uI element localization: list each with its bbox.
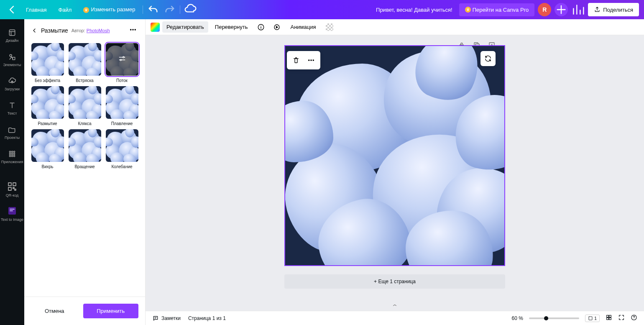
share-button[interactable]: Поделиться bbox=[588, 3, 639, 16]
transparency-icon[interactable] bbox=[323, 20, 336, 34]
resize-label: Изменить размер bbox=[91, 6, 135, 13]
edit-image-button[interactable]: Редактировать bbox=[162, 21, 208, 33]
rail-label: Приложения bbox=[1, 160, 23, 164]
svg-rect-27 bbox=[589, 317, 592, 320]
effect-Вращение[interactable]: Вращение bbox=[68, 129, 101, 169]
svg-rect-31 bbox=[609, 318, 611, 320]
pro-label: Перейти на Canva Pro bbox=[473, 7, 529, 13]
notes-button[interactable]: Заметки bbox=[152, 315, 181, 322]
effect-Вихрь[interactable]: Вихрь bbox=[31, 129, 64, 169]
floating-toolbar bbox=[287, 51, 320, 69]
canvas-page[interactable] bbox=[284, 45, 505, 266]
rail-label: Текст bbox=[8, 111, 17, 115]
apply-button[interactable]: Применить bbox=[83, 304, 139, 318]
rail-text-to-image[interactable]: Text to Image bbox=[0, 202, 24, 226]
rail-elements[interactable]: Элементы bbox=[0, 48, 24, 72]
svg-point-25 bbox=[311, 60, 312, 61]
effect-label: Плавление bbox=[111, 121, 133, 126]
status-bar: Заметки Страница 1 из 1 60 % 1 bbox=[146, 311, 644, 325]
svg-rect-29 bbox=[609, 315, 611, 317]
document-title[interactable]: Привет, весна! Давай учиться! bbox=[376, 7, 452, 13]
effect-Поток[interactable]: Поток bbox=[105, 43, 138, 83]
notes-label: Заметки bbox=[161, 315, 181, 321]
effect-Колебание[interactable]: Колебание bbox=[105, 129, 138, 169]
cancel-button[interactable]: Отмена bbox=[31, 304, 78, 318]
crown-icon: ♛ bbox=[465, 7, 471, 13]
effect-Плавление[interactable]: Плавление bbox=[105, 86, 138, 126]
file-menu[interactable]: Файл bbox=[54, 4, 76, 15]
rail-projects[interactable]: Проекты bbox=[0, 120, 24, 145]
add-page-button[interactable]: + Еще 1 страница bbox=[284, 274, 505, 289]
cloud-sync-icon[interactable] bbox=[184, 3, 197, 16]
more-options-button[interactable] bbox=[128, 24, 138, 36]
redo-icon[interactable] bbox=[163, 3, 176, 16]
collapse-icon[interactable] bbox=[391, 303, 399, 311]
effects-panel: Размытие Автор: PhotoMosh Без эффектаВст… bbox=[24, 19, 146, 325]
effect-label: Вращение bbox=[74, 164, 95, 169]
effect-label: Размытие bbox=[38, 121, 57, 126]
animation-button[interactable]: Анимация bbox=[286, 21, 320, 33]
add-member-button[interactable] bbox=[555, 3, 568, 16]
effect-label: Встряска bbox=[76, 78, 93, 83]
effect-label: Поток bbox=[116, 78, 128, 83]
more-icon[interactable] bbox=[304, 53, 319, 68]
home-menu[interactable]: Главная bbox=[22, 4, 51, 15]
resize-menu[interactable]: ♛Изменить размер bbox=[79, 4, 139, 15]
zoom-slider[interactable] bbox=[529, 317, 579, 319]
rail-apps[interactable]: Приложения bbox=[0, 145, 24, 169]
svg-point-8 bbox=[13, 153, 15, 154]
svg-point-18 bbox=[135, 29, 135, 30]
back-icon[interactable] bbox=[31, 27, 38, 34]
svg-rect-28 bbox=[607, 315, 609, 317]
upgrade-pro-button[interactable]: ♛Перейти на Canva Pro bbox=[459, 3, 535, 16]
regenerate-icon[interactable] bbox=[480, 51, 496, 66]
effect-label: Вихрь bbox=[41, 164, 53, 169]
effect-Встряска[interactable]: Встряска bbox=[68, 43, 101, 83]
svg-point-17 bbox=[133, 29, 133, 30]
effect-Клякса[interactable]: Клякса bbox=[68, 86, 101, 126]
rail-design[interactable]: Дизайн bbox=[0, 23, 24, 48]
top-bar: Главная Файл ♛Изменить размер Привет, ве… bbox=[0, 0, 644, 19]
svg-point-1 bbox=[10, 54, 12, 56]
user-avatar[interactable]: R bbox=[538, 3, 551, 16]
svg-point-24 bbox=[309, 60, 309, 61]
grid-view-icon[interactable] bbox=[606, 314, 612, 322]
effect-Без эффекта[interactable]: Без эффекта bbox=[31, 43, 64, 83]
rail-label: Элементы bbox=[3, 63, 21, 67]
effect-Размытие[interactable]: Размытие bbox=[31, 86, 64, 126]
rail-label: Загрузки bbox=[5, 87, 20, 91]
fullscreen-icon[interactable] bbox=[618, 314, 625, 322]
canvas-area: Редактировать Перевернуть Анимация + Еще… bbox=[146, 19, 644, 325]
panel-author: Автор: PhotoMosh bbox=[72, 28, 110, 33]
zoom-level[interactable]: 60 % bbox=[512, 315, 523, 321]
author-link[interactable]: PhotoMosh bbox=[87, 28, 110, 33]
page-counter[interactable]: Страница 1 из 1 bbox=[188, 315, 226, 321]
rail-qrcode[interactable]: QR-код bbox=[0, 177, 24, 202]
rail-text[interactable]: Текст bbox=[0, 96, 24, 120]
svg-point-3 bbox=[9, 151, 10, 152]
animate-icon[interactable] bbox=[270, 20, 284, 34]
flip-button[interactable]: Перевернуть bbox=[211, 21, 252, 33]
rail-label: Text to Image bbox=[1, 218, 23, 222]
page-number-box[interactable]: 1 bbox=[585, 315, 600, 322]
rail-label: Проекты bbox=[5, 136, 20, 140]
share-label: Поделиться bbox=[603, 7, 633, 13]
svg-point-26 bbox=[313, 60, 314, 61]
undo-icon[interactable] bbox=[146, 3, 160, 16]
delete-icon[interactable] bbox=[289, 53, 304, 68]
panel-title: Размытие bbox=[41, 27, 68, 34]
svg-rect-30 bbox=[607, 318, 609, 320]
insights-icon[interactable] bbox=[571, 3, 585, 16]
effect-label: Колебание bbox=[111, 164, 132, 169]
help-icon[interactable] bbox=[631, 314, 637, 322]
info-icon[interactable] bbox=[254, 20, 268, 34]
svg-rect-14 bbox=[8, 187, 11, 190]
color-picker-button[interactable] bbox=[151, 23, 160, 32]
rail-uploads[interactable]: Загрузки bbox=[0, 72, 24, 96]
svg-rect-13 bbox=[13, 183, 16, 186]
navigation-rail: Дизайн Элементы Загрузки Текст Проекты П… bbox=[0, 19, 24, 325]
svg-point-7 bbox=[11, 153, 13, 154]
back-icon[interactable] bbox=[5, 3, 18, 16]
svg-point-10 bbox=[11, 155, 13, 156]
effects-grid: Без эффектаВстряскаПотокРазмытиеКляксаПл… bbox=[24, 41, 145, 171]
